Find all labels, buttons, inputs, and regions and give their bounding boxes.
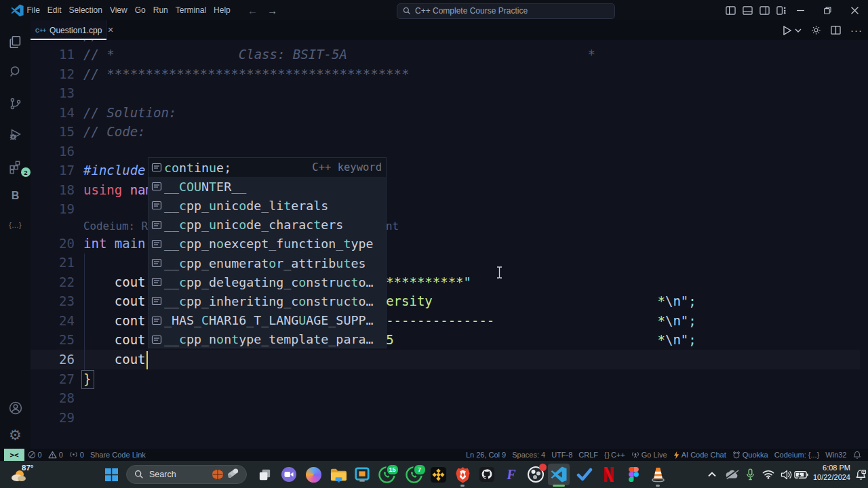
source-control-icon[interactable] — [7, 95, 24, 112]
status-codeium[interactable]: Codeium: {...} — [771, 451, 823, 459]
line-number: 28 — [31, 388, 75, 408]
status-ai-code-chat[interactable]: AI Code Chat — [670, 451, 729, 460]
file-explorer-icon[interactable] — [327, 464, 349, 485]
task-view-button[interactable] — [254, 464, 275, 485]
menu-selection[interactable]: Selection — [65, 3, 106, 18]
suggestion-kind-icon — [151, 162, 162, 173]
vm-app-icon[interactable] — [351, 464, 373, 485]
tab-close-icon[interactable]: ✕ — [107, 26, 113, 35]
manage-gear-icon[interactable]: ⚙ — [7, 426, 24, 443]
video-call-app-icon[interactable] — [278, 464, 300, 485]
menu-view[interactable]: View — [106, 3, 131, 18]
tab-question1-cpp[interactable]: C++ Question1.cpp ✕ — [31, 20, 107, 40]
close-window-button[interactable] — [841, 0, 868, 20]
suggest-item-8[interactable]: __cpp_inheriting_constructo… — [149, 291, 386, 310]
code-editor[interactable]: 10// *11// * Class: BSIT-5A *12// ******… — [31, 40, 868, 449]
status-0[interactable]: 0 — [45, 451, 66, 459]
status-spaces-4[interactable]: Spaces: 4 — [509, 451, 549, 459]
menu-help[interactable]: Help — [210, 3, 235, 18]
figma-icon[interactable] — [623, 464, 644, 485]
status-share-code-link[interactable]: Share Code Link — [87, 451, 149, 459]
nav-back-icon[interactable]: ← — [248, 5, 258, 16]
wifi-icon[interactable] — [760, 464, 777, 485]
search-sidebar-icon[interactable] — [7, 63, 24, 80]
status-c[interactable]: { }C++ — [601, 451, 629, 459]
battery-icon[interactable] — [791, 464, 810, 485]
menu-run[interactable]: Run — [149, 3, 172, 18]
obs-studio-icon[interactable] — [525, 464, 547, 485]
account-icon[interactable] — [7, 399, 24, 416]
status-go-live[interactable]: Go Live — [628, 451, 670, 459]
command-center-label: C++ Complete Course Practice — [415, 6, 528, 16]
extensions-icon[interactable]: 2 — [7, 158, 24, 175]
check-app-icon[interactable] — [574, 464, 595, 485]
settings-gear-small-icon[interactable] — [811, 25, 821, 35]
suggest-item-1[interactable]: continue;C++ keyword — [149, 158, 386, 177]
suggest-item-3[interactable]: __cpp_unicode_literals — [149, 196, 386, 215]
suggest-item-10[interactable]: __cpp_nontype_template_para… — [149, 330, 386, 349]
line-number: 14 — [31, 103, 75, 123]
clock-time: 6:08 PM — [813, 464, 850, 473]
microphone-icon[interactable] — [742, 464, 758, 485]
suggest-item-9[interactable]: _HAS_CHAR16_T_LANGUAGE_SUPP… — [149, 311, 386, 330]
suggest-item-2[interactable]: __COUNTER__ — [149, 177, 386, 196]
binance-icon[interactable] — [427, 464, 449, 485]
status-crlf[interactable]: CRLF — [576, 451, 601, 459]
suggestion-kind-icon — [151, 258, 162, 268]
menu-go[interactable]: Go — [131, 3, 149, 18]
minimize-button[interactable] — [787, 0, 814, 20]
taskbar-search-box[interactable]: Search — [126, 465, 247, 484]
menu-edit[interactable]: Edit — [43, 3, 65, 18]
extension-b-icon[interactable]: B — [7, 187, 24, 204]
suggest-item-6[interactable]: __cpp_enumerator_attributes — [149, 253, 386, 272]
mouse-ibeam-cursor — [496, 266, 503, 279]
suggest-item-5[interactable]: __cpp_noexcept_function_type — [149, 235, 386, 253]
nav-forward-icon[interactable]: → — [267, 5, 277, 16]
netflix-icon[interactable] — [598, 464, 620, 485]
github-desktop-icon[interactable] — [476, 464, 498, 485]
brave-icon[interactable] — [452, 464, 473, 485]
start-button[interactable] — [100, 464, 122, 485]
split-editor-icon[interactable] — [831, 25, 841, 35]
purple-f-app-icon[interactable]: F — [500, 464, 522, 485]
restore-button[interactable] — [814, 0, 841, 20]
explorer-icon[interactable] — [7, 33, 24, 50]
code-line-29: 29 — [31, 408, 868, 428]
more-actions-icon[interactable]: ··· — [850, 24, 863, 36]
status-0[interactable]: 0 — [66, 451, 87, 459]
vscode-taskbar-icon[interactable] — [548, 464, 570, 485]
whatsapp-2-icon[interactable]: 7 — [403, 464, 425, 485]
notification-bell-icon[interactable] — [852, 464, 868, 485]
intellisense-popup[interactable]: continue;C++ keyword__COUNTER____cpp_uni… — [148, 157, 387, 348]
brave-running-indicator — [460, 485, 465, 487]
onedrive-icon[interactable] — [723, 464, 741, 485]
copilot-icon[interactable] — [302, 464, 324, 485]
braces-extension-icon[interactable]: {…} — [7, 216, 24, 233]
status-win32[interactable]: Win32 — [823, 451, 850, 459]
status-0[interactable]: 0 — [24, 451, 45, 459]
status-utf-8[interactable]: UTF-8 — [549, 451, 576, 459]
toggle-sidebar-icon[interactable] — [726, 5, 736, 16]
customize-layout-icon[interactable] — [776, 5, 787, 16]
whatsapp-icon[interactable]: 15 — [376, 464, 397, 485]
status-ln-26-col-9[interactable]: Ln 26, Col 9 — [462, 451, 509, 459]
taskbar-clock[interactable]: 6:08 PM 10/22/2024 — [813, 464, 850, 482]
menu-file[interactable]: File — [23, 3, 43, 18]
run-button-icon[interactable] — [783, 26, 802, 35]
suggest-item-7[interactable]: __cpp_delegating_constructo… — [149, 272, 386, 291]
command-center-search[interactable]: C++ Complete Course Practice — [397, 3, 615, 19]
vlc-icon[interactable] — [647, 464, 669, 485]
windows-taskbar: 87° Search — [0, 461, 868, 488]
menu-terminal[interactable]: Terminal — [172, 3, 210, 18]
suggest-item-4[interactable]: __cpp_unicode_characters — [149, 216, 386, 235]
remote-indicator[interactable]: >< — [4, 449, 24, 461]
line-number: 29 — [31, 408, 75, 428]
run-debug-icon[interactable] — [7, 126, 24, 143]
status-quokka[interactable]: Quokka — [729, 451, 771, 459]
tray-expand-icon[interactable] — [704, 464, 720, 485]
toggle-panel-icon[interactable] — [743, 5, 753, 16]
toggle-secondary-sidebar-icon[interactable] — [760, 5, 770, 16]
status-bell-icon[interactable] — [850, 451, 864, 460]
menu-bar: FileEditSelectionViewGoRunTerminalHelp — [23, 0, 234, 20]
widgets-weather-button[interactable]: 87° — [5, 462, 53, 487]
